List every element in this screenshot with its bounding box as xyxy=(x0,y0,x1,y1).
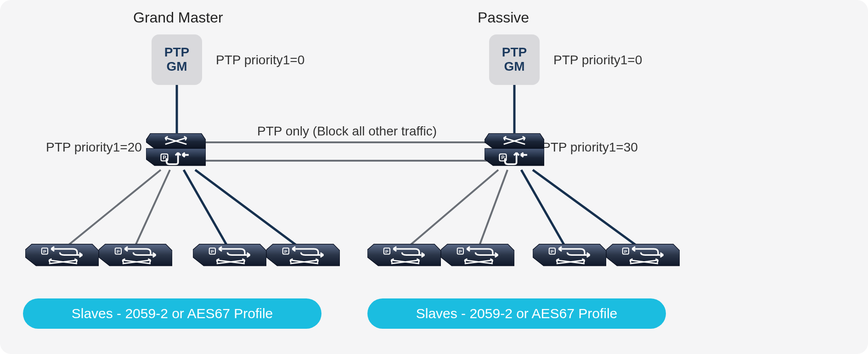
left-ptp-gm-line2: GM xyxy=(166,60,187,74)
ptp-architecture-diagram: Grand Master Passive PTP GM PTP GM PTP p… xyxy=(0,0,868,354)
right-leaf-switch-3-icon xyxy=(533,244,606,266)
left-gm-priority-label: PTP priority1=0 xyxy=(216,53,304,67)
left-leaf-switch-1-icon xyxy=(25,244,99,266)
right-ptp-gm-box: PTP GM xyxy=(489,34,540,85)
left-ptp-gm-box: PTP GM xyxy=(152,34,202,85)
left-switch-priority-label: PTP priority1=20 xyxy=(46,140,142,155)
right-role-title: Passive xyxy=(478,9,529,26)
left-ptp-gm-line1: PTP xyxy=(164,45,189,60)
left-downlink-1 xyxy=(62,170,161,250)
right-ptp-gm-line1: PTP xyxy=(502,45,527,60)
right-downlink-2 xyxy=(478,170,507,250)
right-gm-priority-label: PTP priority1=0 xyxy=(553,53,642,67)
left-role-title: Grand Master xyxy=(133,9,223,26)
left-downlink-4 xyxy=(195,170,303,250)
left-downlink-3 xyxy=(184,170,230,250)
right-leaf-switch-2-icon xyxy=(441,244,514,266)
interconnect-label: PTP only (Block all other traffic) xyxy=(257,124,437,139)
right-switch-priority-label: PTP priority1=30 xyxy=(542,140,638,155)
right-slaves-profile-text: Slaves - 2059-2 or AES67 Profile xyxy=(416,306,618,321)
left-leaf-switch-2-icon xyxy=(99,244,172,266)
left-slaves-profile-pill: Slaves - 2059-2 or AES67 Profile xyxy=(23,298,321,329)
right-downlink-3 xyxy=(521,170,567,250)
right-slaves-profile-pill: Slaves - 2059-2 or AES67 Profile xyxy=(367,298,666,329)
left-leaf-switch-4-icon xyxy=(266,244,340,266)
left-main-switch-icon xyxy=(146,134,206,166)
left-downlink-2 xyxy=(133,170,170,250)
left-slaves-profile-text: Slaves - 2059-2 or AES67 Profile xyxy=(72,306,273,321)
right-leaf-switch-1-icon xyxy=(367,244,441,266)
right-ptp-gm-line2: GM xyxy=(504,60,524,74)
left-leaf-switch-3-icon xyxy=(193,244,266,266)
right-leaf-switch-4-icon xyxy=(606,244,680,266)
right-main-switch-icon xyxy=(485,134,544,166)
right-downlink-4 xyxy=(533,170,643,250)
right-downlink-1 xyxy=(404,170,498,250)
